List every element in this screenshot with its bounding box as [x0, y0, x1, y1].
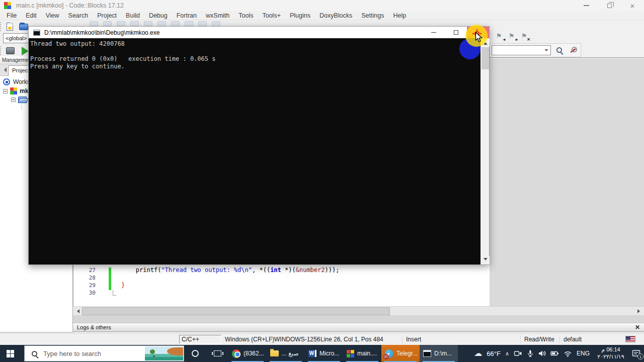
- menu-build[interactable]: Build: [121, 12, 144, 19]
- app-label: D:\m...: [434, 350, 452, 357]
- menu-debug[interactable]: Debug: [144, 12, 172, 19]
- status-separator: [520, 335, 521, 343]
- speaker-icon[interactable]: [538, 349, 546, 357]
- editor-horizontal-scrollbar[interactable]: [73, 306, 644, 315]
- console-line: Press any key to continue.: [30, 63, 480, 70]
- status-caret-position: Line 26, Col 1, Pos 484: [320, 336, 383, 343]
- wrench-icon: [569, 46, 577, 54]
- console-maximize-button[interactable]: [445, 27, 467, 38]
- menu-fortran[interactable]: Fortran: [172, 12, 201, 19]
- console-app-icon: [33, 30, 40, 36]
- tray-date: ٢٠٢٢/١١/١٩: [594, 353, 627, 360]
- menu-file[interactable]: File: [2, 12, 21, 19]
- console-vertical-scrollbar[interactable]: [480, 38, 489, 264]
- next-bookmark-icon[interactable]: ⚑▸: [508, 32, 517, 41]
- incremental-search-input[interactable]: [492, 45, 551, 55]
- taskbar-app-folder[interactable]: صبغ ...: [267, 345, 305, 362]
- changed-lines-bar: [109, 267, 111, 290]
- search-options-button[interactable]: [553, 44, 565, 56]
- notification-center-icon[interactable]: 1: [632, 349, 641, 357]
- language-indicator[interactable]: ENG: [577, 350, 590, 357]
- code-editor[interactable]: 27 printf("Thread two output: %d\n", *((…: [73, 265, 490, 306]
- menu-doxyblocks[interactable]: DoxyBlocks: [315, 12, 357, 19]
- symbol-scope-combobox[interactable]: <global>: [3, 33, 31, 43]
- mouse-cursor: [475, 32, 483, 43]
- codeblocks-icon: [347, 350, 354, 357]
- taskbar-app-telegram[interactable]: ➤ 07 Telegr...: [381, 345, 420, 362]
- status-separator: [402, 335, 403, 343]
- search-settings-button[interactable]: [567, 44, 579, 56]
- hidden-icons-chevron[interactable]: ∧: [505, 350, 509, 357]
- menu-view[interactable]: View: [41, 12, 64, 19]
- battery-charging-icon[interactable]: [550, 349, 559, 357]
- window-title: main.c [mkmkoo] - Code::Blocks 17.12: [16, 2, 124, 9]
- app-label: main....: [357, 350, 377, 357]
- run-icon[interactable]: [22, 47, 28, 55]
- sources-folder-icon: [18, 97, 27, 103]
- taskbar-app-chrome[interactable]: (8362...: [228, 345, 267, 362]
- meet-now-icon[interactable]: [514, 349, 522, 357]
- word-icon: W: [308, 349, 316, 357]
- app-label: (8362...: [244, 350, 264, 357]
- menu-search[interactable]: Search: [64, 12, 93, 19]
- console-window[interactable]: D:\mmlab\mkmkoo\bin\Debug\mkmkoo.exe Thr…: [28, 26, 490, 265]
- logs-close-icon[interactable]: ✕: [635, 324, 640, 331]
- menu-help[interactable]: Help: [388, 12, 411, 19]
- weather-temperature[interactable]: 66°F: [487, 350, 501, 357]
- minimize-button[interactable]: [575, 0, 598, 11]
- wifi-icon[interactable]: [564, 350, 572, 357]
- code-line: 30: [73, 289, 490, 297]
- search-highlight-illustration[interactable]: [145, 346, 183, 360]
- restore-button[interactable]: [598, 0, 621, 11]
- close-button[interactable]: ×: [621, 0, 644, 11]
- console-titlebar[interactable]: D:\mmlab\mkmkoo\bin\Debug\mkmkoo.exe: [29, 27, 489, 38]
- start-button[interactable]: [0, 345, 24, 362]
- scroll-right-arrow[interactable]: [635, 307, 644, 316]
- task-view-icon: [214, 350, 221, 356]
- editor-background-area: [490, 58, 644, 306]
- search-icon: [32, 351, 37, 356]
- cortana-button[interactable]: [184, 345, 206, 362]
- app-label: صبغ ...: [282, 350, 299, 357]
- menu-tools-plus[interactable]: Tools+: [258, 12, 285, 19]
- menu-settings[interactable]: Settings: [357, 12, 388, 19]
- menu-edit[interactable]: Edit: [21, 12, 41, 19]
- menu-plugins[interactable]: Plugins: [285, 12, 315, 19]
- scroll-down-arrow[interactable]: [481, 256, 490, 264]
- tab-scroll-left-icon[interactable]: [2, 67, 7, 72]
- console-icon: [423, 350, 431, 357]
- scrollbar-thumb[interactable]: [481, 47, 489, 69]
- status-encoding: WINDOWS-1256: [274, 336, 320, 343]
- menu-tools[interactable]: Tools: [234, 12, 258, 19]
- app-label: Micro...: [319, 350, 339, 357]
- logs-panel-bar[interactable]: Logs & others ✕: [73, 323, 644, 332]
- console-output: Thread two output: 4200768 Process retur…: [29, 38, 480, 264]
- codeblocks-logo-icon: [4, 2, 11, 9]
- taskbar-app-codeblocks[interactable]: main....: [343, 345, 381, 362]
- tree-item-folder[interactable]: [11, 97, 29, 103]
- taskbar: Type here to search (8362... صبغ ... W M…: [0, 345, 644, 362]
- new-file-icon[interactable]: [7, 23, 13, 31]
- task-view-button[interactable]: [206, 345, 228, 362]
- folder-icon: [270, 350, 279, 356]
- build-icon[interactable]: [6, 47, 15, 54]
- weather-cloud-icon[interactable]: ☁: [474, 349, 482, 357]
- collapse-icon[interactable]: [3, 89, 8, 94]
- console-minimize-button[interactable]: [423, 27, 445, 38]
- status-insert-mode: Insert: [406, 336, 421, 343]
- scroll-left-arrow[interactable]: [73, 307, 82, 316]
- open-file-icon[interactable]: [19, 24, 28, 30]
- taskbar-app-word[interactable]: W Micro...: [305, 345, 343, 362]
- prev-bookmark-icon[interactable]: ⚑◂: [496, 32, 505, 41]
- clock[interactable]: 06:14 م ٢٠٢٢/١١/١٩: [594, 346, 627, 360]
- clear-bookmarks-icon[interactable]: ⚑✕: [521, 32, 530, 41]
- taskbar-search-box[interactable]: Type here to search: [24, 345, 184, 361]
- menu-project[interactable]: Project: [93, 12, 121, 19]
- compiler-toolbar: [0, 44, 28, 57]
- toolbar-icon-top: [185, 21, 193, 26]
- taskbar-app-console[interactable]: D:\m...: [420, 345, 458, 362]
- microphone-icon[interactable]: [527, 349, 534, 357]
- scrollbar-thumb[interactable]: [82, 307, 390, 315]
- fold-end-marker: [113, 290, 116, 296]
- menu-wxsmith[interactable]: wxSmith: [201, 12, 234, 19]
